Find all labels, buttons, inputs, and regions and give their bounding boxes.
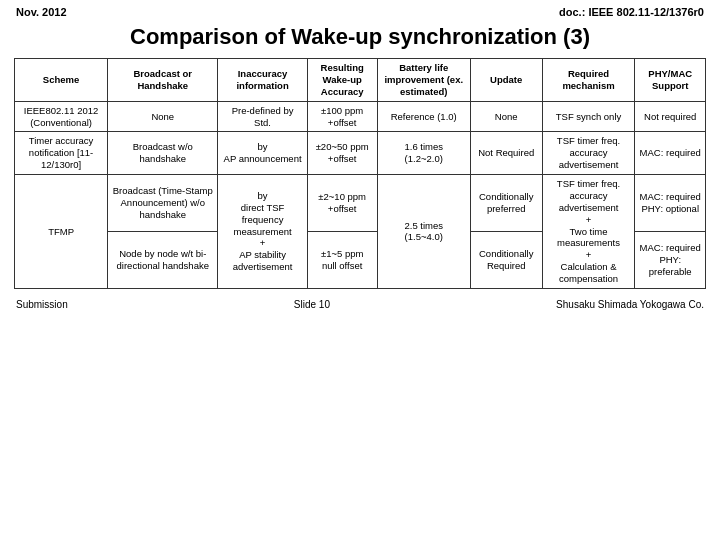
cell-mechanism-2: TSF timer freq. accuracy advertisement (542, 132, 635, 175)
col-scheme: Scheme (15, 59, 108, 102)
page-title: Comparison of Wake-up synchronization (3… (0, 20, 720, 58)
cell-support-3b: MAC: required PHY: preferable (635, 231, 706, 288)
col-accuracy: Resulting Wake-up Accuracy (307, 59, 377, 102)
comparison-table-container: Scheme Broadcast or Handshake Inaccuracy… (0, 58, 720, 289)
cell-scheme-2: Timer accuracy notification [11-12/130r0… (15, 132, 108, 175)
cell-update-3b: Conditionally Required (470, 231, 542, 288)
comparison-table: Scheme Broadcast or Handshake Inaccuracy… (14, 58, 706, 289)
header-right: doc.: IEEE 802.11-12/1376r0 (559, 6, 704, 18)
cell-battery-1: Reference (1.0) (377, 101, 470, 132)
table-row: TFMP Broadcast (Time-Stamp Announcement)… (15, 175, 706, 232)
col-battery: Battery life improvement (ex. estimated) (377, 59, 470, 102)
footer-right: Shusaku Shimada Yokogawa Co. (556, 299, 704, 310)
cell-support-1: Not required (635, 101, 706, 132)
cell-handshake-3b: Node by node w/t bi-directional handshak… (108, 231, 218, 288)
cell-handshake-3a: Broadcast (Time-Stamp Announcement) w/o … (108, 175, 218, 232)
table-row: Timer accuracy notification [11-12/130r0… (15, 132, 706, 175)
cell-inaccuracy-2: byAP announcement (218, 132, 307, 175)
footer-left: Submission (16, 299, 68, 310)
footer-center: Slide 10 (294, 299, 330, 310)
cell-scheme-1: IEEE802.11 2012 (Conventional) (15, 101, 108, 132)
cell-update-3a: Conditionally preferred (470, 175, 542, 232)
cell-accuracy-3b: ±1~5 ppmnull offset (307, 231, 377, 288)
table-row: IEEE802.11 2012 (Conventional) None Pre-… (15, 101, 706, 132)
cell-support-2: MAC: required (635, 132, 706, 175)
col-support: PHY/MAC Support (635, 59, 706, 102)
cell-handshake-1: None (108, 101, 218, 132)
cell-mechanism-3: TSF timer freq. accuracy advertisement+T… (542, 175, 635, 289)
cell-accuracy-3a: ±2~10 ppm+offset (307, 175, 377, 232)
cell-update-1: None (470, 101, 542, 132)
col-update: Update (470, 59, 542, 102)
cell-accuracy-2: ±20~50 ppm+offset (307, 132, 377, 175)
cell-scheme-3: TFMP (15, 175, 108, 289)
cell-handshake-2: Broadcast w/o handshake (108, 132, 218, 175)
cell-support-3a: MAC: required PHY: optional (635, 175, 706, 232)
cell-battery-3: 2.5 times(1.5~4.0) (377, 175, 470, 289)
header-left: Nov. 2012 (16, 6, 67, 18)
col-inaccuracy: Inaccuracy information (218, 59, 307, 102)
cell-mechanism-1: TSF synch only (542, 101, 635, 132)
cell-update-2: Not Required (470, 132, 542, 175)
cell-battery-2: 1.6 times(1.2~2.0) (377, 132, 470, 175)
cell-inaccuracy-3: bydirect TSF frequency measurement+AP st… (218, 175, 307, 289)
col-mechanism: Required mechanism (542, 59, 635, 102)
cell-inaccuracy-1: Pre-defined by Std. (218, 101, 307, 132)
col-handshake: Broadcast or Handshake (108, 59, 218, 102)
cell-accuracy-1: ±100 ppm+offset (307, 101, 377, 132)
